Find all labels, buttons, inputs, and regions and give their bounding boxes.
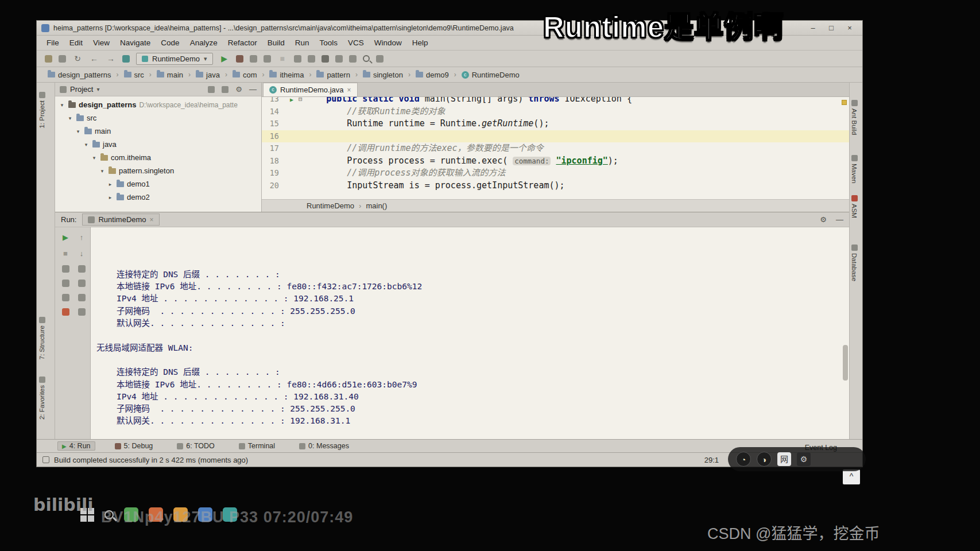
tab-terminal[interactable]: Terminal [234,441,280,451]
fold-icon[interactable]: ⊟ [299,97,303,106]
tab-debug[interactable]: 5: Debug [110,441,158,451]
tree-item-design_patterns[interactable]: ▾design_patterns D:\workspace_idea\heima… [55,98,261,111]
close-button[interactable]: × [842,24,858,32]
grid-icon[interactable] [62,294,69,301]
tool-stripe-antbuild[interactable]: Ant Build [851,100,858,135]
collapse-all-icon[interactable] [208,86,215,93]
project-panel-header[interactable]: Project ▾ ⚙— [55,83,261,96]
editor-breadcrumb-item[interactable]: RuntimeDemo [307,201,354,210]
chevron-open-icon[interactable]: ▾ [75,129,82,134]
chevron-open-icon[interactable]: ▾ [99,168,106,174]
breadcrumb-item-design_patterns[interactable]: design_patterns [45,70,114,80]
settings-gear-icon[interactable]: ⚙ [820,215,827,224]
search-everywhere-icon[interactable] [363,55,370,62]
menu-item-analyze[interactable]: Analyze [185,37,223,48]
net-widget-icon[interactable]: 网 [777,452,791,466]
breadcrumb-item-runtimedemo[interactable]: cRuntimeDemo [459,70,522,80]
tree-item-demo1[interactable]: ▸demo1 [55,177,261,191]
breadcrumb-item-singleton[interactable]: singleton [361,70,405,80]
console-scrollbar[interactable] [843,345,848,381]
up-stack-trace-icon[interactable]: ↑ [77,233,86,242]
wrench-icon[interactable] [321,55,329,63]
tool-stripe-database[interactable]: Database [851,245,858,281]
editor-breadcrumb-item[interactable]: main() [366,201,387,210]
tab-run[interactable]: ▶4: Run [57,441,95,451]
tab-messages[interactable]: 0: Messages [295,441,354,451]
profiler-icon[interactable] [264,55,271,63]
chevron-open-icon[interactable]: ▾ [91,155,98,161]
tool-stripe-project[interactable]: 1: Project [38,92,45,129]
settings-widget-icon[interactable]: ⚙ [797,452,811,466]
vcs-icon[interactable] [376,55,384,63]
inspection-status-icon[interactable] [842,100,847,105]
minimize-button[interactable]: – [805,24,821,32]
menu-item-build[interactable]: Build [262,37,290,48]
down-stack-trace-icon[interactable]: ↓ [77,249,86,258]
menu-item-code[interactable]: Code [156,37,184,48]
statusbar-toggle-icon[interactable] [42,456,49,463]
tray-expand-button[interactable]: ^ [843,469,860,484]
menu-item-tools[interactable]: Tools [315,37,343,48]
dump-threads-icon[interactable] [62,265,69,273]
open-icon[interactable] [45,55,52,63]
breadcrumb-item-src[interactable]: src [122,70,146,80]
back-icon[interactable]: ← [89,53,99,64]
close-tab-icon[interactable]: × [347,86,351,94]
menu-item-view[interactable]: View [88,37,115,48]
menu-item-run[interactable]: Run [290,37,315,48]
menu-item-navigate[interactable]: Navigate [115,37,156,48]
filter-icon[interactable] [222,86,228,93]
menu-item-vcs[interactable]: VCS [343,37,369,48]
step-over-icon[interactable] [294,55,301,63]
editor-tab[interactable]: c RuntimeDemo.java × [263,83,358,96]
build-hammer-icon[interactable] [122,55,130,63]
forward-icon[interactable]: → [106,53,116,64]
chevron-open-icon[interactable]: ▾ [83,142,90,148]
stop-icon[interactable]: ■ [277,53,288,64]
breadcrumb-item-itheima[interactable]: itheima [267,70,306,80]
tab-todo[interactable]: 6: TODO [172,441,219,451]
maximize-button[interactable]: □ [823,24,839,32]
chevron-open-icon[interactable]: ▾ [67,115,73,121]
console-output[interactable]: 连接特定的 DNS 后缀 . . . . . . . : 本地链接 IPv6 地… [91,227,849,439]
breadcrumb-item-demo9[interactable]: demo9 [413,70,451,80]
breadcrumb-item-main[interactable]: main [154,70,185,80]
menu-item-edit[interactable]: Edit [64,37,88,48]
clock-widget-icon[interactable]: ◔ [736,452,751,467]
scroll-to-end-icon[interactable] [78,280,86,287]
tool-stripe-structure[interactable]: 7: Structure [38,317,45,359]
menu-item-file[interactable]: File [41,37,64,48]
tool-stripe-asm[interactable]: ASM [851,195,858,218]
tree-item-pattern.singleton[interactable]: ▾pattern.singleton [55,164,261,177]
tree-item-com.itheima[interactable]: ▾com.itheima [55,151,261,164]
save-all-icon[interactable] [59,55,66,63]
print-icon[interactable] [78,294,86,301]
menu-item-help[interactable]: Help [407,37,433,48]
caret-position[interactable]: 29:1 [704,456,719,464]
run-icon[interactable]: ▶ [219,53,230,64]
pin-icon[interactable] [62,308,69,316]
run-line-marker[interactable]: ▶ [290,97,293,106]
menu-item-window[interactable]: Window [369,37,407,48]
tool-stripe-maven[interactable]: Maven [851,155,858,184]
close-run-tab-icon[interactable]: × [150,216,154,224]
tree-item-main[interactable]: ▾main [55,125,261,138]
chevron-down-icon[interactable]: ▾ [96,86,99,92]
breadcrumb-item-java[interactable]: java [193,70,222,80]
chevron-closed-icon[interactable]: ▸ [107,181,114,187]
hide-panel-icon[interactable]: — [836,215,843,224]
tree-item-demo2[interactable]: ▸demo2 [55,191,261,204]
soft-wrap-icon[interactable] [78,265,86,273]
chevron-closed-icon[interactable]: ▸ [107,195,114,200]
tree-item-java[interactable]: ▾java [55,138,261,151]
tool-stripe-favorites[interactable]: 2: Favorites [38,377,45,420]
rerun-icon[interactable]: ▶ [61,233,70,242]
debug-icon[interactable] [236,55,243,63]
gear-icon[interactable]: ⚙ [235,85,242,94]
breadcrumb-item-pattern[interactable]: pattern [314,70,352,80]
code-editor[interactable]: 13▶⊟ public static void main(String[] ar… [262,97,849,199]
menu-item-refactor[interactable]: Refactor [223,37,262,48]
breadcrumb-item-com[interactable]: com [230,70,259,80]
moon-widget-icon[interactable]: ◑ [757,452,772,467]
stop-icon[interactable]: ■ [61,249,70,258]
